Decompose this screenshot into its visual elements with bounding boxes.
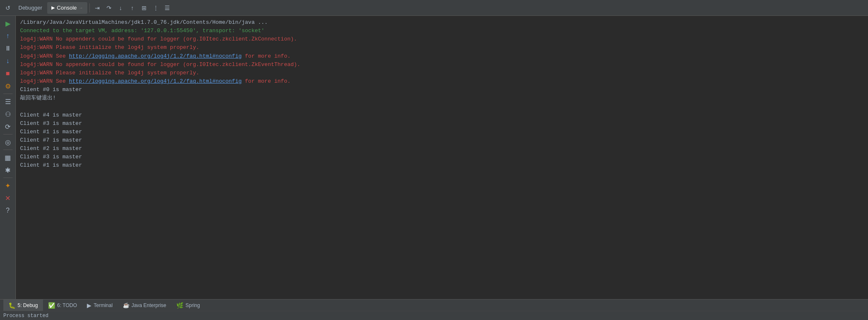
console-line: Client #3 is master xyxy=(20,119,864,128)
console-line: 敲回车键退出! xyxy=(20,94,864,102)
process-status-bar: Process started xyxy=(0,311,868,320)
todo-icon: ✅ xyxy=(48,302,55,309)
console-line: Client #7 is master xyxy=(20,136,864,145)
reload-button[interactable]: ⟳ xyxy=(2,121,14,132)
spring-icon: 🌿 xyxy=(176,302,183,309)
console-icon: ▶ xyxy=(51,5,55,10)
sidebar-separator-2 xyxy=(3,134,13,135)
grid-button[interactable]: ▦ xyxy=(2,152,14,163)
console-line: Client #3 is master xyxy=(20,153,864,161)
bottom-tab-terminal[interactable]: ▶Terminal xyxy=(82,300,117,311)
skip-all-button[interactable]: ⇥ xyxy=(92,3,103,13)
sidebar-separator-1 xyxy=(3,94,13,94)
bottom-tab-label-spring: Spring xyxy=(185,302,200,308)
sidebar-separator-3 xyxy=(3,150,13,150)
bottom-tab-label-todo: 6: TODO xyxy=(57,302,77,308)
console-line: log4j:WARN No appenders could be found f… xyxy=(20,61,864,69)
close-side-button[interactable]: ✕ xyxy=(2,192,14,204)
threads-button[interactable]: ⚇ xyxy=(2,108,14,120)
console-pin-icon: → xyxy=(79,5,83,10)
frames-button[interactable]: ⊞ xyxy=(139,3,150,13)
bottom-tab-label-terminal: Terminal xyxy=(94,302,112,308)
debugger-tab-label: Debugger xyxy=(18,5,42,11)
console-link[interactable]: http://logging.apache.org/log4j/1.2/faq.… xyxy=(69,78,241,84)
console-line: Client #4 is master xyxy=(20,111,864,119)
help-button[interactable]: ? xyxy=(2,205,14,216)
step-over-button[interactable]: ↷ xyxy=(104,3,114,13)
console-warn-link-line: log4j:WARN See http://logging.apache.org… xyxy=(20,52,864,61)
console-line: log4j:WARN Please initialize the log4j s… xyxy=(20,69,864,77)
gear-button[interactable]: ✱ xyxy=(2,164,14,176)
console-line: /Library/Java/JavaVirtualMachines/jdk1.7… xyxy=(20,18,864,27)
bottom-tab-label-java-enterprise: Java Enterprise xyxy=(132,302,166,308)
frames-side-button[interactable]: ☰ xyxy=(2,96,14,107)
console-tab-label: Console xyxy=(57,5,77,11)
pin-button[interactable]: ✦ xyxy=(2,180,14,191)
console-line: Client #1 is master xyxy=(20,128,864,136)
console-warn-link-line: log4j:WARN See http://logging.apache.org… xyxy=(20,77,864,86)
console-empty-line xyxy=(20,102,864,111)
console-line: Connected to the target VM, address: '12… xyxy=(20,27,864,35)
console-line: Client #0 is master xyxy=(20,86,864,94)
debug-settings-button[interactable]: ⚙ xyxy=(2,80,14,92)
step-down-button[interactable]: ↓ xyxy=(2,55,14,67)
settings-button[interactable]: ☰ xyxy=(162,3,173,13)
left-sidebar: ▶ ↑ ⏸ ↓ ■ ⚙ ☰ ⚇ ⟳ ◎ ▦ ✱ ✦ ✕ ? xyxy=(0,16,16,299)
process-status-text: Process started xyxy=(3,313,48,319)
console-line: log4j:WARN No appenders could be found f… xyxy=(20,35,864,43)
snapshot-button[interactable]: ◎ xyxy=(2,136,14,148)
step-up-button[interactable]: ↑ xyxy=(2,30,14,42)
console-output[interactable]: /Library/Java/JavaVirtualMachines/jdk1.7… xyxy=(16,16,868,299)
java-enterprise-icon: ☕ xyxy=(123,302,129,308)
console-link[interactable]: http://logging.apache.org/log4j/1.2/faq.… xyxy=(69,53,241,59)
bottom-tab-label-debug: 5: Debug xyxy=(18,302,38,308)
main-toolbar: ↺ Debugger ▶ Console → ⇥ ↷ ↓ ↑ ⊞ ⋮ ☰ xyxy=(0,0,868,16)
bottom-tab-java-enterprise[interactable]: ☕Java Enterprise xyxy=(118,300,171,311)
debug-icon: 🐛 xyxy=(8,302,15,309)
console-line: log4j:WARN Please initialize the log4j s… xyxy=(20,43,864,52)
pause-button[interactable]: ⏸ xyxy=(2,43,14,54)
step-out-button[interactable]: ↑ xyxy=(127,3,138,13)
bottom-tab-spring[interactable]: 🌿Spring xyxy=(171,300,205,311)
toolbar-separator-1 xyxy=(89,3,90,13)
bottom-tab-debug[interactable]: 🐛5: Debug xyxy=(3,300,43,311)
debugger-tab[interactable]: Debugger xyxy=(14,2,46,14)
console-tab[interactable]: ▶ Console → xyxy=(47,2,87,14)
terminal-icon: ▶ xyxy=(87,302,91,309)
bottom-tab-todo[interactable]: ✅6: TODO xyxy=(43,300,82,311)
stop-button[interactable]: ■ xyxy=(2,68,14,79)
resume-button[interactable]: ▶ xyxy=(2,18,14,29)
bottom-tab-bar: 🐛5: Debug✅6: TODO▶Terminal☕Java Enterpri… xyxy=(0,299,868,311)
console-line: Client #1 is master xyxy=(20,161,864,170)
step-into-button[interactable]: ↓ xyxy=(115,3,126,13)
main-layout: ▶ ↑ ⏸ ↓ ■ ⚙ ☰ ⚇ ⟳ ◎ ▦ ✱ ✦ ✕ ? /Library/J… xyxy=(0,16,868,299)
console-line: Client #2 is master xyxy=(20,145,864,153)
more-button[interactable]: ⋮ xyxy=(150,3,161,13)
refresh-button[interactable]: ↺ xyxy=(3,3,13,13)
sidebar-separator-4 xyxy=(3,178,13,178)
